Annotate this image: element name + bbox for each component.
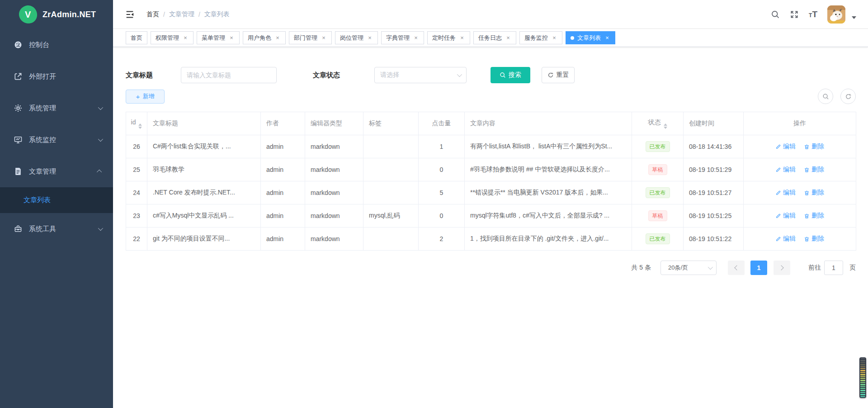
close-icon[interactable]: [551, 35, 557, 41]
edit-button[interactable]: 编辑: [775, 212, 796, 220]
column-header-author: 作者: [261, 112, 305, 135]
sidebar-item-label: 文章列表: [24, 196, 51, 204]
close-icon[interactable]: [413, 35, 419, 41]
page-number-1[interactable]: 1: [750, 261, 767, 275]
close-icon[interactable]: [274, 35, 281, 41]
cell-actions: 编辑删除: [744, 228, 856, 251]
avatar[interactable]: [827, 5, 845, 24]
edit-button[interactable]: 编辑: [775, 166, 796, 174]
tab-task-log[interactable]: 任务日志: [473, 31, 516, 44]
sidebar-item-article-list[interactable]: 文章列表: [0, 187, 113, 213]
tab-service-monitor[interactable]: 服务监控: [519, 31, 562, 44]
tab-department[interactable]: 部门管理: [289, 31, 332, 44]
delete-button[interactable]: 删除: [804, 166, 824, 174]
article-title-label: 文章标题: [126, 71, 181, 80]
sidebar-item-external[interactable]: 外部打开: [0, 61, 113, 92]
trash-icon: [804, 144, 810, 150]
sidebar-item-label: 系统监控: [29, 136, 56, 144]
search-button[interactable]: 搜索: [491, 67, 530, 83]
close-icon[interactable]: [182, 35, 189, 41]
cell-content: 有两个list,listA 和listB， listA中有三个属性列为St...: [465, 135, 632, 158]
sidebar-item-article-manage[interactable]: 文章管理: [0, 156, 113, 187]
fullscreen-icon[interactable]: [790, 10, 799, 19]
brand[interactable]: V ZrAdmin.NET: [0, 0, 113, 29]
column-header-id[interactable]: id: [126, 112, 147, 135]
navbar: 首页 / 文章管理 / 文章列表 TT: [113, 0, 868, 29]
sort-icon[interactable]: [664, 123, 667, 129]
delete-button[interactable]: 删除: [804, 189, 824, 197]
cell-content: 1，找到项目所在目录下的 .git/文件夹，进入.git/...: [465, 228, 632, 251]
trash-icon: [804, 236, 810, 242]
sidebar-item-system-monitor[interactable]: 系统监控: [0, 124, 113, 156]
close-icon[interactable]: [604, 35, 610, 41]
reset-button[interactable]: 重置: [542, 67, 575, 83]
delete-button[interactable]: 删除: [804, 142, 824, 151]
tab-post-manage[interactable]: 岗位管理: [335, 31, 378, 44]
cell-author: admin: [261, 228, 305, 251]
column-header-hits: 点击量: [419, 112, 465, 135]
sort-icon[interactable]: [138, 123, 142, 129]
brand-logo-icon: V: [18, 4, 38, 24]
edit-button[interactable]: 编辑: [775, 189, 796, 197]
font-size-icon[interactable]: TT: [809, 10, 817, 19]
add-button[interactable]: + 新增: [126, 90, 165, 104]
sidebar-item-label: 控制台: [29, 41, 49, 49]
delete-button[interactable]: 删除: [804, 235, 824, 243]
toggle-search-button[interactable]: [818, 89, 833, 104]
cell-hits: 1: [419, 135, 465, 158]
sidebar-item-dashboard[interactable]: 控制台: [0, 29, 113, 61]
cell-created: 08-19 10:51:22: [684, 228, 744, 251]
tab-article-list[interactable]: 文章列表: [566, 31, 615, 44]
caret-down-icon[interactable]: [852, 16, 856, 19]
column-header-status[interactable]: 状态: [632, 112, 684, 135]
sidebar-fold-icon[interactable]: [125, 9, 135, 19]
article-title-input[interactable]: [181, 67, 277, 83]
close-icon[interactable]: [367, 35, 373, 41]
goto-page-input[interactable]: [824, 261, 843, 275]
close-icon[interactable]: [321, 35, 327, 41]
tab-scheduled-task[interactable]: 定时任务: [427, 31, 470, 44]
close-icon[interactable]: [228, 35, 235, 41]
page-size-select[interactable]: 20条/页: [660, 261, 717, 275]
cell-title: C#两个list集合实现关联，...: [147, 135, 261, 158]
sidebar-item-system-tools[interactable]: 系统工具: [0, 213, 113, 245]
article-status-select[interactable]: 请选择: [374, 67, 467, 83]
active-dot-icon: [571, 36, 574, 40]
column-header-editor: 编辑器类型: [305, 112, 363, 135]
chevron-left-icon: [734, 265, 739, 270]
tab-menu-manage[interactable]: 菜单管理: [197, 31, 240, 44]
delete-button[interactable]: 删除: [804, 212, 824, 220]
cell-tags: [363, 158, 419, 181]
search-icon[interactable]: [771, 10, 780, 19]
breadcrumb-separator: /: [163, 11, 165, 18]
edit-button[interactable]: 编辑: [775, 142, 796, 151]
tab-dict-manage[interactable]: 字典管理: [381, 31, 424, 44]
breadcrumb-separator: /: [198, 11, 200, 18]
pencil-icon: [775, 213, 781, 219]
tab-user-role[interactable]: 用户角色: [243, 31, 286, 44]
tab-home[interactable]: 首页: [126, 31, 147, 44]
refresh-button[interactable]: [840, 89, 856, 104]
brand-title: ZrAdmin.NET: [42, 10, 96, 19]
close-icon[interactable]: [505, 35, 511, 41]
goto-label: 前往: [808, 264, 821, 272]
cell-status: 草稿: [632, 158, 684, 181]
chevron-right-icon: [778, 265, 783, 270]
cell-actions: 编辑删除: [744, 135, 856, 158]
edit-button[interactable]: 编辑: [775, 235, 796, 243]
sidebar-item-system-manage[interactable]: 系统管理: [0, 92, 113, 124]
breadcrumb-home[interactable]: 首页: [146, 10, 159, 19]
cell-tags: [363, 181, 419, 204]
prev-page-button[interactable]: [728, 261, 745, 275]
close-icon[interactable]: [459, 35, 465, 41]
status-badge: 已发布: [646, 187, 670, 198]
breadcrumb-article-list: 文章列表: [204, 10, 230, 19]
column-header-tags: 标签: [363, 112, 419, 135]
plus-icon: +: [136, 93, 140, 100]
status-badge: 已发布: [646, 141, 670, 152]
page-unit-label: 页: [849, 264, 856, 272]
sidebar-menu: 控制台 外部打开 系统管理 系统监控: [0, 29, 113, 245]
tab-permission[interactable]: 权限管理: [151, 31, 193, 44]
external-link-icon: [14, 72, 23, 81]
next-page-button[interactable]: [774, 261, 790, 275]
